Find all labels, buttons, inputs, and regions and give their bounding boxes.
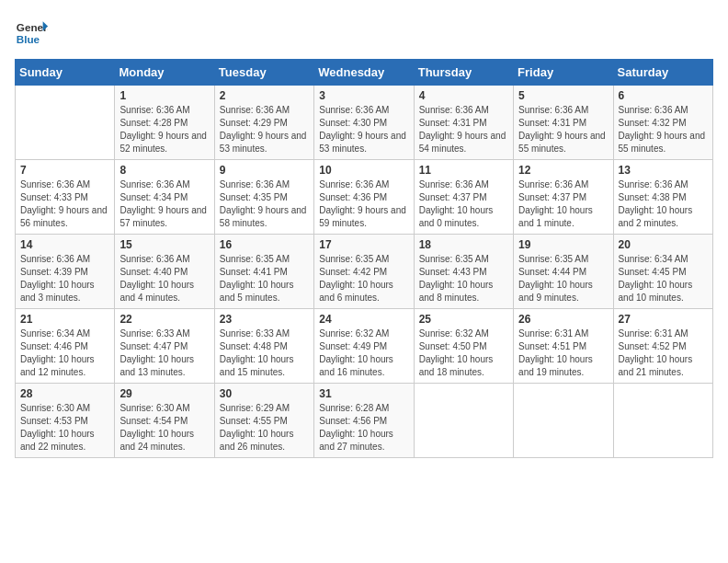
cell-content: Sunrise: 6:36 AMSunset: 4:39 PMDaylight:…: [20, 253, 109, 304]
calendar-cell: 12Sunrise: 6:36 AMSunset: 4:37 PMDayligh…: [514, 160, 613, 235]
day-number: 15: [119, 238, 209, 251]
cell-content: Sunrise: 6:36 AMSunset: 4:28 PMDaylight:…: [119, 104, 209, 155]
calendar-cell: 25Sunrise: 6:32 AMSunset: 4:50 PMDayligh…: [414, 309, 513, 384]
calendar-cell: 21Sunrise: 6:34 AMSunset: 4:46 PMDayligh…: [16, 309, 115, 384]
cell-content: Sunrise: 6:36 AMSunset: 4:40 PMDaylight:…: [119, 253, 209, 304]
calendar-cell: 2Sunrise: 6:36 AMSunset: 4:29 PMDaylight…: [214, 86, 313, 160]
calendar-cell: 16Sunrise: 6:35 AMSunset: 4:41 PMDayligh…: [214, 235, 313, 309]
day-number: 5: [518, 89, 608, 102]
cell-content: Sunrise: 6:29 AMSunset: 4:55 PMDaylight:…: [220, 402, 309, 454]
calendar-cell: 26Sunrise: 6:31 AMSunset: 4:51 PMDayligh…: [514, 309, 613, 384]
cell-content: Sunrise: 6:33 AMSunset: 4:48 PMDaylight:…: [220, 327, 309, 379]
header-row: SundayMondayTuesdayWednesdayThursdayFrid…: [16, 60, 713, 86]
day-number: 25: [419, 313, 508, 326]
day-number: 23: [220, 313, 309, 326]
day-number: 8: [119, 164, 209, 177]
calendar-cell: 30Sunrise: 6:29 AMSunset: 4:55 PMDayligh…: [214, 384, 313, 458]
day-number: 17: [319, 238, 408, 251]
cell-content: Sunrise: 6:36 AMSunset: 4:31 PMDaylight:…: [518, 104, 608, 155]
cell-content: Sunrise: 6:35 AMSunset: 4:44 PMDaylight:…: [518, 253, 608, 304]
cell-content: Sunrise: 6:32 AMSunset: 4:50 PMDaylight:…: [419, 327, 508, 379]
calendar-cell: 18Sunrise: 6:35 AMSunset: 4:43 PMDayligh…: [414, 235, 513, 309]
calendar-cell: 14Sunrise: 6:36 AMSunset: 4:39 PMDayligh…: [16, 235, 115, 309]
cell-content: Sunrise: 6:34 AMSunset: 4:46 PMDaylight:…: [20, 327, 109, 379]
calendar-cell: 24Sunrise: 6:32 AMSunset: 4:49 PMDayligh…: [314, 309, 414, 384]
day-number: 4: [419, 89, 508, 102]
cell-content: Sunrise: 6:36 AMSunset: 4:33 PMDaylight:…: [20, 178, 109, 230]
calendar-cell: 3Sunrise: 6:36 AMSunset: 4:30 PMDaylight…: [314, 86, 414, 160]
calendar-cell: 20Sunrise: 6:34 AMSunset: 4:45 PMDayligh…: [613, 235, 712, 309]
day-number: 13: [619, 164, 708, 177]
day-number: 24: [319, 313, 408, 326]
calendar-cell: [514, 384, 613, 458]
day-number: 22: [119, 313, 209, 326]
day-header-saturday: Saturday: [613, 60, 712, 86]
calendar-cell: 7Sunrise: 6:36 AMSunset: 4:33 PMDaylight…: [16, 160, 115, 235]
cell-content: Sunrise: 6:31 AMSunset: 4:51 PMDaylight:…: [518, 327, 608, 379]
day-number: 21: [20, 313, 109, 326]
week-row-3: 14Sunrise: 6:36 AMSunset: 4:39 PMDayligh…: [16, 235, 713, 309]
calendar-cell: 31Sunrise: 6:28 AMSunset: 4:56 PMDayligh…: [314, 384, 414, 458]
day-header-thursday: Thursday: [414, 60, 513, 86]
day-header-wednesday: Wednesday: [314, 60, 414, 86]
calendar-cell: 28Sunrise: 6:30 AMSunset: 4:53 PMDayligh…: [16, 384, 115, 458]
day-number: 28: [20, 387, 109, 400]
day-number: 16: [220, 238, 309, 251]
calendar-cell: 8Sunrise: 6:36 AMSunset: 4:34 PMDaylight…: [115, 160, 214, 235]
cell-content: Sunrise: 6:30 AMSunset: 4:53 PMDaylight:…: [20, 402, 109, 454]
calendar-cell: 1Sunrise: 6:36 AMSunset: 4:28 PMDaylight…: [115, 86, 214, 160]
calendar-cell: 9Sunrise: 6:36 AMSunset: 4:35 PMDaylight…: [214, 160, 313, 235]
day-number: 12: [518, 164, 608, 177]
day-number: 31: [319, 387, 408, 400]
cell-content: Sunrise: 6:36 AMSunset: 4:37 PMDaylight:…: [518, 178, 608, 230]
calendar-table: SundayMondayTuesdayWednesdayThursdayFrid…: [15, 59, 713, 458]
day-number: 29: [119, 387, 209, 400]
cell-content: Sunrise: 6:36 AMSunset: 4:36 PMDaylight:…: [319, 178, 408, 230]
calendar-cell: 5Sunrise: 6:36 AMSunset: 4:31 PMDaylight…: [514, 86, 613, 160]
day-number: 18: [419, 238, 508, 251]
day-header-tuesday: Tuesday: [214, 60, 313, 86]
day-number: 19: [518, 238, 608, 251]
calendar-cell: [613, 384, 712, 458]
logo-icon: GeneralBlue: [15, 15, 48, 48]
cell-content: Sunrise: 6:36 AMSunset: 4:35 PMDaylight:…: [220, 178, 309, 230]
svg-text:Blue: Blue: [17, 33, 40, 45]
calendar-cell: 6Sunrise: 6:36 AMSunset: 4:32 PMDaylight…: [613, 86, 712, 160]
cell-content: Sunrise: 6:36 AMSunset: 4:37 PMDaylight:…: [419, 178, 508, 230]
day-number: 10: [319, 164, 408, 177]
calendar-cell: 23Sunrise: 6:33 AMSunset: 4:48 PMDayligh…: [214, 309, 313, 384]
cell-content: Sunrise: 6:35 AMSunset: 4:43 PMDaylight:…: [419, 253, 508, 304]
calendar-cell: 4Sunrise: 6:36 AMSunset: 4:31 PMDaylight…: [414, 86, 513, 160]
cell-content: Sunrise: 6:33 AMSunset: 4:47 PMDaylight:…: [119, 327, 209, 379]
week-row-2: 7Sunrise: 6:36 AMSunset: 4:33 PMDaylight…: [16, 160, 713, 235]
day-number: 14: [20, 238, 109, 251]
day-header-friday: Friday: [514, 60, 613, 86]
cell-content: Sunrise: 6:34 AMSunset: 4:45 PMDaylight:…: [619, 253, 708, 304]
day-number: 7: [20, 164, 109, 177]
calendar-cell: 15Sunrise: 6:36 AMSunset: 4:40 PMDayligh…: [115, 235, 214, 309]
cell-content: Sunrise: 6:36 AMSunset: 4:38 PMDaylight:…: [619, 178, 708, 230]
cell-content: Sunrise: 6:36 AMSunset: 4:30 PMDaylight:…: [319, 104, 408, 155]
calendar-cell: 10Sunrise: 6:36 AMSunset: 4:36 PMDayligh…: [314, 160, 414, 235]
calendar-cell: 11Sunrise: 6:36 AMSunset: 4:37 PMDayligh…: [414, 160, 513, 235]
day-number: 20: [619, 238, 708, 251]
week-row-1: 1Sunrise: 6:36 AMSunset: 4:28 PMDaylight…: [16, 86, 713, 160]
calendar-cell: [414, 384, 513, 458]
cell-content: Sunrise: 6:36 AMSunset: 4:34 PMDaylight:…: [119, 178, 209, 230]
cell-content: Sunrise: 6:32 AMSunset: 4:49 PMDaylight:…: [319, 327, 408, 379]
day-header-sunday: Sunday: [16, 60, 115, 86]
day-number: 2: [220, 89, 309, 102]
day-number: 11: [419, 164, 508, 177]
week-row-4: 21Sunrise: 6:34 AMSunset: 4:46 PMDayligh…: [16, 309, 713, 384]
cell-content: Sunrise: 6:35 AMSunset: 4:41 PMDaylight:…: [220, 253, 309, 304]
cell-content: Sunrise: 6:28 AMSunset: 4:56 PMDaylight:…: [319, 402, 408, 454]
week-row-5: 28Sunrise: 6:30 AMSunset: 4:53 PMDayligh…: [16, 384, 713, 458]
logo: GeneralBlue: [15, 15, 48, 48]
day-number: 26: [518, 313, 608, 326]
day-number: 3: [319, 89, 408, 102]
calendar-cell: 22Sunrise: 6:33 AMSunset: 4:47 PMDayligh…: [115, 309, 214, 384]
calendar-cell: [16, 86, 115, 160]
page-header: GeneralBlue: [15, 15, 713, 48]
calendar-cell: 27Sunrise: 6:31 AMSunset: 4:52 PMDayligh…: [613, 309, 712, 384]
calendar-cell: 29Sunrise: 6:30 AMSunset: 4:54 PMDayligh…: [115, 384, 214, 458]
